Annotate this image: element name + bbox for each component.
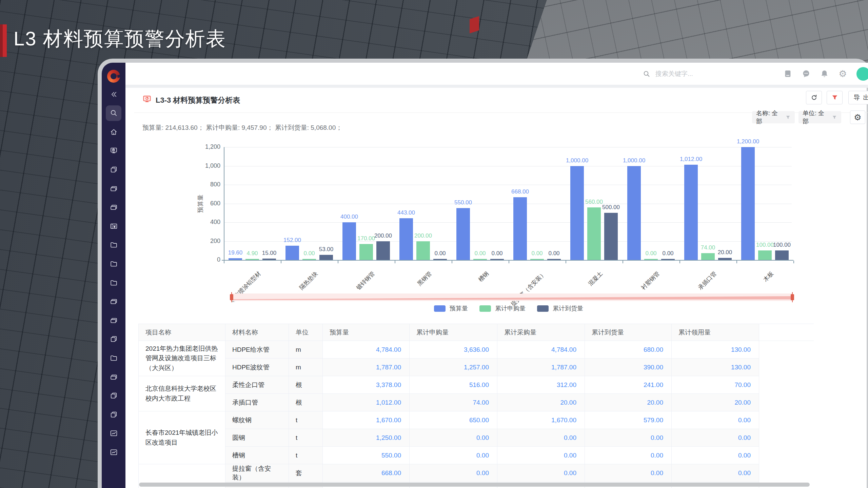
sidebar-item-layers[interactable] xyxy=(106,369,121,385)
sidebar-item-search[interactable] xyxy=(106,105,121,121)
value-cell: 579.00 xyxy=(585,411,672,429)
bar-累计到货量[interactable] xyxy=(661,259,675,260)
datazoom-wedge xyxy=(232,293,792,301)
filter-chip-name[interactable]: 名称: 全部 xyxy=(752,111,795,123)
column-header[interactable]: 材料名称 xyxy=(225,324,289,341)
sidebar-item-layers[interactable] xyxy=(106,294,121,309)
value-cell: 4,784.00 xyxy=(497,341,585,359)
project-cell: 北京信息科技大学老校区校内大市政工程 xyxy=(139,376,225,411)
value-cell: 1,787.00 xyxy=(323,359,410,376)
sidebar-item-home[interactable] xyxy=(106,124,121,140)
legend-swatch xyxy=(537,305,549,312)
bell-button[interactable] xyxy=(820,69,829,78)
bar-累计到货量[interactable] xyxy=(319,255,333,260)
bar-累计申购量[interactable] xyxy=(359,244,373,260)
app-logo-icon[interactable] xyxy=(107,70,120,83)
column-header[interactable]: 单位 xyxy=(289,324,323,341)
sidebar-item-folder[interactable] xyxy=(106,237,121,253)
bar-累计申购量[interactable] xyxy=(473,259,487,260)
bar-累计到货量[interactable] xyxy=(604,213,618,260)
sidebar-item-copy[interactable] xyxy=(106,331,121,347)
chart-datazoom-slider[interactable] xyxy=(232,293,792,301)
gear-button[interactable]: ⚙ xyxy=(838,69,847,78)
bar-value-label: 100.00 xyxy=(756,242,807,248)
sidebar-item-copy[interactable] xyxy=(106,407,121,422)
sidebar-item-copy[interactable] xyxy=(106,388,121,404)
legend-item[interactable]: 累计到货量 xyxy=(537,304,583,312)
value-cell: 0.00 xyxy=(410,464,497,482)
chat-button[interactable] xyxy=(802,69,811,78)
sidebar-item-layers[interactable] xyxy=(106,181,121,196)
bar-预算量[interactable] xyxy=(229,258,242,260)
gear-icon: ⚙ xyxy=(854,113,861,122)
bar-累计到货量[interactable] xyxy=(262,259,276,260)
datazoom-left-handle[interactable] xyxy=(230,294,233,300)
export-button[interactable]: 导 出 xyxy=(848,91,868,104)
value-cell: 20.00 xyxy=(585,394,672,411)
sidebar-item-collapse[interactable] xyxy=(106,86,121,102)
column-header[interactable]: 累计到货量 xyxy=(585,324,672,341)
bar-累计申购量[interactable] xyxy=(302,259,316,260)
global-search[interactable]: 搜索关键字... xyxy=(643,63,693,85)
x-axis-line xyxy=(222,260,793,261)
data-table: 项目名称材料名称单位预算量累计申购量累计采购量累计到货量累计领用量2021年热力… xyxy=(138,324,814,488)
filter-button[interactable] xyxy=(827,91,843,104)
bar-累计申购量[interactable] xyxy=(587,207,601,260)
sidebar-item-copy[interactable] xyxy=(106,162,121,177)
material-cell: 提拉窗（含安装） xyxy=(225,464,289,482)
bar-累计到货量[interactable] xyxy=(490,259,504,260)
column-header[interactable]: 累计领用量 xyxy=(672,324,759,341)
column-header[interactable]: 累计申购量 xyxy=(410,324,497,341)
horizontal-scrollbar[interactable] xyxy=(139,483,810,487)
copy-icon xyxy=(110,391,118,400)
table-settings-button[interactable]: ⚙ xyxy=(850,110,865,124)
bar-value-label: 668.00 xyxy=(495,188,546,195)
bar-value-label: 1,012.00 xyxy=(666,156,716,163)
sidebar-item-chart-monitor[interactable] xyxy=(106,426,121,441)
grid-line xyxy=(224,222,792,223)
bar-累计到货量[interactable] xyxy=(376,241,390,260)
sidebar-item-dashboard[interactable] xyxy=(106,143,121,159)
bar-累计到货量[interactable] xyxy=(718,258,732,260)
sidebar-item-chart-monitor[interactable] xyxy=(106,444,121,460)
topbar: 搜索关键字... ⚙ xyxy=(125,63,868,85)
material-cell: HDPE波纹管 xyxy=(225,359,289,376)
y-tick-label: 400 xyxy=(193,219,220,226)
bar-预算量[interactable] xyxy=(627,166,641,260)
sidebar-item-folder[interactable] xyxy=(106,256,121,271)
sidebar-item-layers[interactable] xyxy=(106,200,121,215)
bar-预算量[interactable] xyxy=(399,218,413,260)
bar-累计申购量[interactable] xyxy=(644,259,658,260)
sidebar-item-folder[interactable] xyxy=(106,350,121,366)
sidebar-item-layers[interactable] xyxy=(106,312,121,328)
book-button[interactable] xyxy=(783,69,792,78)
value-cell: 1,257.00 xyxy=(410,359,497,376)
bar-累计到货量[interactable] xyxy=(547,259,561,260)
sidebar-item-ticket-yen[interactable] xyxy=(106,218,121,234)
avatar[interactable] xyxy=(856,67,868,81)
bar-累计到货量[interactable] xyxy=(775,250,789,260)
sidebar-item-folder[interactable] xyxy=(106,275,121,290)
legend-item[interactable]: 累计申购量 xyxy=(479,304,526,312)
home-icon xyxy=(110,128,118,136)
value-cell: 650.00 xyxy=(410,411,497,429)
bar-累计到货量[interactable] xyxy=(433,259,447,260)
value-cell: 1,787.00 xyxy=(497,359,585,376)
title-accent-bar xyxy=(0,24,7,57)
refresh-button[interactable] xyxy=(806,91,822,104)
datazoom-right-handle[interactable] xyxy=(791,294,794,300)
bar-累计申购量[interactable] xyxy=(530,259,544,260)
copy-icon xyxy=(110,335,118,343)
folder-icon xyxy=(110,279,118,287)
column-header[interactable]: 项目名称 xyxy=(139,324,225,341)
bar-累计申购量[interactable] xyxy=(758,250,772,260)
unit-cell: m xyxy=(289,341,323,359)
bar-value-label: 1,000.00 xyxy=(609,157,659,164)
filter-chip-unit[interactable]: 单位: 全部 xyxy=(798,111,841,123)
bar-预算量[interactable] xyxy=(570,166,584,260)
legend-item[interactable]: 预算量 xyxy=(434,304,468,312)
column-header[interactable]: 预算量 xyxy=(323,324,410,341)
bar-累计申购量[interactable] xyxy=(245,259,259,260)
column-header[interactable]: 累计采购量 xyxy=(497,324,585,341)
y-axis-line xyxy=(224,147,224,260)
